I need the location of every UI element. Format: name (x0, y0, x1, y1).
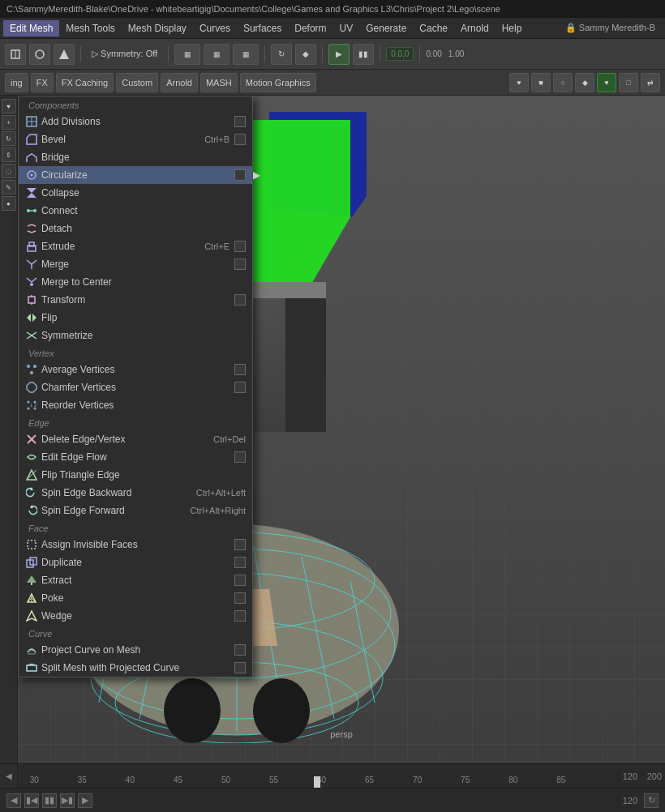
menu-curves[interactable]: Curves (193, 20, 237, 36)
wedge-options[interactable] (234, 610, 246, 622)
menu-uv[interactable]: UV (333, 20, 360, 36)
tb2-icon-2[interactable]: ■ (531, 73, 551, 92)
poke-options[interactable] (234, 592, 246, 604)
left-btn-lasso[interactable]: ◌ (2, 164, 16, 178)
menu-add-divisions[interactable]: Add Divisions (19, 113, 252, 130)
tb2-icon-4[interactable]: ◆ (575, 73, 594, 92)
menu-merge[interactable]: Merge (19, 255, 252, 273)
menu-reorder-vertices[interactable]: 1 2 Reorder Vertices (19, 396, 252, 414)
duplicate-options[interactable] (234, 557, 246, 568)
status-stop-btn[interactable]: ▮▮ (42, 793, 57, 808)
timeline-playhead[interactable] (314, 776, 320, 788)
menu-duplicate[interactable]: Duplicate (19, 553, 252, 571)
menu-collapse[interactable]: Collapse (19, 184, 252, 202)
tab-fx-caching[interactable]: FX Caching (56, 73, 114, 92)
menu-arnold[interactable]: Arnold (454, 20, 496, 36)
menu-deform[interactable]: Deform (288, 20, 332, 36)
menu-flip-triangle-edge[interactable]: Flip Triangle Edge (19, 466, 252, 484)
menu-help[interactable]: Help (496, 20, 529, 36)
transform-options[interactable] (234, 294, 246, 306)
tb2-icon-7[interactable]: ⇄ (641, 73, 660, 92)
toolbar-flip-btn[interactable]: ◆ (295, 44, 316, 65)
tab-fx[interactable]: FX (31, 73, 54, 92)
menu-merge-to-center[interactable]: Merge to Center (19, 273, 252, 291)
toolbar-grid-btn2[interactable]: ▦ (204, 44, 230, 65)
assign-invisible-faces-options[interactable] (234, 539, 246, 550)
toolbar-icon-2[interactable] (29, 44, 50, 65)
status-forward-btn[interactable]: ▶ (78, 793, 92, 808)
tb2-icon-3[interactable]: ○ (553, 73, 573, 92)
status-next-btn[interactable]: ▶▮ (60, 793, 75, 808)
left-btn-paint[interactable]: ✎ (2, 180, 16, 194)
split-mesh-options[interactable] (234, 662, 246, 673)
coord-field[interactable]: 0,0,0 (386, 47, 414, 61)
menu-flip[interactable]: Flip (19, 309, 252, 327)
menu-spin-edge-backward[interactable]: Spin Edge Backward Ctrl+Alt+Left (19, 484, 252, 502)
menu-poke[interactable]: Poke (19, 589, 252, 607)
tab-arnold[interactable]: Arnold (161, 73, 198, 92)
menu-circularize[interactable]: Circularize ▶ (19, 166, 252, 184)
toolbar-rotate-btn[interactable]: ↻ (271, 44, 292, 65)
tb2-icon-6[interactable]: □ (619, 73, 638, 92)
average-vertices-options[interactable] (234, 364, 246, 375)
edit-edge-flow-options[interactable] (234, 451, 246, 463)
menu-bevel[interactable]: Bevel Ctrl+B (19, 130, 252, 148)
toolbar-stop-btn[interactable]: ▮▮ (353, 44, 374, 65)
menu-cache[interactable]: Cache (413, 20, 454, 36)
menu-mesh-display[interactable]: Mesh Display (122, 20, 193, 36)
status-loop-btn[interactable]: ↻ (644, 793, 659, 808)
left-btn-scale[interactable]: ⇕ (2, 147, 16, 162)
svg-marker-40 (27, 575, 36, 583)
extract-options[interactable] (234, 575, 246, 586)
symmetrize-icon (25, 329, 38, 342)
left-btn-select[interactable]: ♥ (2, 99, 16, 113)
toolbar-grid-btn[interactable]: ▦ (174, 44, 200, 65)
menu-project-curve-on-mesh[interactable]: Project Curve on Mesh (19, 641, 252, 659)
bevel-options[interactable] (234, 134, 246, 145)
toolbar-play-btn[interactable]: ▶ (328, 44, 350, 65)
tb2-icon-1[interactable]: ♥ (509, 73, 529, 92)
chamfer-vertices-options[interactable] (234, 382, 246, 393)
extrude-options[interactable] (234, 241, 246, 252)
toolbar-icon-1[interactable] (5, 44, 26, 65)
tab-ing[interactable]: ing (5, 73, 28, 92)
menu-edit-edge-flow[interactable]: Edit Edge Flow (19, 448, 252, 466)
tab-custom[interactable]: Custom (116, 73, 158, 92)
tab-mash[interactable]: MASH (200, 73, 238, 92)
menu-surfaces[interactable]: Surfaces (237, 20, 288, 36)
menu-edit-mesh[interactable]: Edit Mesh (3, 20, 59, 36)
add-divisions-options[interactable] (234, 116, 246, 127)
menu-connect[interactable]: Connect (19, 202, 252, 220)
menu-delete-edge-vertex[interactable]: Delete Edge/Vertex Ctrl+Del (19, 430, 252, 448)
status-prev-btn[interactable]: ▮◀ (24, 793, 39, 808)
status-play-btn[interactable]: ◀ (6, 793, 21, 808)
menu-spin-edge-forward[interactable]: Spin Edge Forward Ctrl+Alt+Right (19, 502, 252, 519)
menu-generate[interactable]: Generate (359, 20, 413, 36)
toolbar-icon-3[interactable] (54, 44, 75, 65)
menu-assign-invisible-faces[interactable]: Assign Invisible Faces (19, 536, 252, 553)
svg-marker-11 (27, 193, 36, 198)
menu-extract[interactable]: Extract (19, 571, 252, 589)
timeline-track[interactable]: 30 35 40 45 50 55 60 65 70 75 80 85 (18, 764, 616, 788)
left-btn-move[interactable]: + (2, 115, 16, 130)
menu-bridge[interactable]: Bridge (19, 148, 252, 166)
left-btn-soft[interactable]: ● (2, 196, 16, 211)
toolbar-sep-2 (168, 46, 169, 62)
menu-transform[interactable]: Transform (19, 291, 252, 309)
menu-average-vertices[interactable]: Average Vertices (19, 361, 252, 378)
toolbar-grid-btn3[interactable]: ▦ (233, 44, 259, 65)
project-curve-options[interactable] (234, 644, 246, 656)
timeline-left-btn[interactable]: ◀ (0, 764, 18, 788)
menu-mesh-tools[interactable]: Mesh Tools (59, 20, 121, 36)
menu-chamfer-vertices[interactable]: Chamfer Vertices (19, 378, 252, 396)
menu-split-mesh-projected-curve[interactable]: Split Mesh with Projected Curve (19, 659, 252, 677)
menu-extrude[interactable]: Extrude Ctrl+E (19, 237, 252, 255)
tb2-icon-5[interactable]: ♥ (597, 73, 616, 92)
menu-wedge[interactable]: Wedge (19, 607, 252, 625)
circularize-options[interactable] (234, 169, 246, 181)
menu-symmetrize[interactable]: Symmetrize (19, 327, 252, 344)
menu-detach[interactable]: Detach (19, 220, 252, 237)
left-btn-rotate[interactable]: ↻ (2, 131, 16, 146)
tab-motion-graphics[interactable]: Motion Graphics (240, 73, 316, 92)
merge-options[interactable] (234, 259, 246, 270)
